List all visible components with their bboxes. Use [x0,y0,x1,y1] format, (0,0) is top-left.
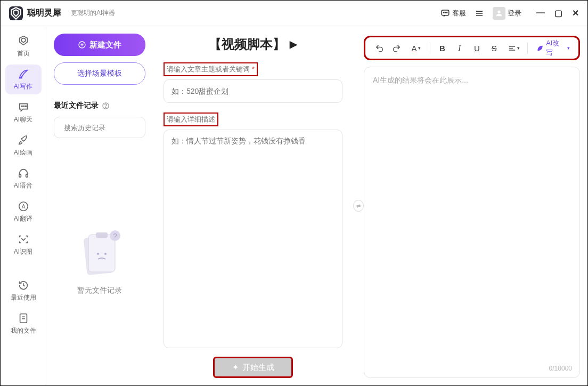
new-file-label: 新建文件 [89,40,121,50]
svg-point-2 [445,12,446,13]
chat-icon [440,9,450,18]
svg-rect-27 [96,232,108,238]
nav-ai-writing[interactable]: AI写作 [5,65,42,94]
headphone-icon [18,167,29,179]
nav-my-files[interactable]: 我的文件 [5,309,42,339]
app-name: 聪明灵犀 [27,7,61,19]
nav-ai-translate[interactable]: A AI翻译 [5,197,42,227]
login-label: 登录 [508,9,521,18]
svg-point-3 [446,12,447,13]
svg-point-8 [21,106,22,107]
search-input[interactable] [64,124,153,132]
file-icon [18,312,29,324]
avatar-icon [493,7,505,20]
output-panel: A▾ B I U S ▾ AI改写 ▾ AI生成的结果将会在此展示... 0/1… [364,26,587,385]
svg-rect-11 [19,174,21,177]
resize-handle[interactable]: ⇄ [353,26,364,385]
translate-icon: A [18,200,29,212]
align-icon [508,44,517,53]
menu-button[interactable] [475,9,484,18]
template-button[interactable]: 选择场景模板 [54,62,145,85]
svg-rect-12 [26,174,28,177]
login-button[interactable]: 登录 [493,7,521,20]
font-color-button[interactable]: A▾ [406,40,426,56]
svg-rect-26 [88,235,115,272]
svg-point-22 [105,107,106,108]
app-logo-icon [9,6,23,20]
format-toolbar: A▾ B I U S ▾ AI改写 ▾ [364,36,580,60]
chat-bubble-icon [18,101,29,113]
svg-rect-15 [20,313,27,323]
editor-center: 【视频脚本】 ▶ 请输入文章主题或者关键词 * 请输入详细描述 ✦ 开始生成 [153,26,353,385]
page-title: 【视频脚本】 ▶ [164,36,342,53]
svg-point-1 [443,12,444,13]
svg-point-9 [23,106,24,107]
undo-button[interactable] [372,40,387,56]
generate-label: 开始生成 [242,363,274,373]
history-icon [18,279,29,291]
nav-ai-chat[interactable]: AI聊天 [5,98,42,127]
char-counter: 0/10000 [549,365,572,372]
align-button[interactable]: ▾ [504,40,523,56]
feather-icon [18,68,29,80]
recent-files-header: 最近文件记录 [54,101,145,110]
scan-icon [18,234,29,245]
description-label: 请输入详细描述 [164,112,218,126]
bold-button[interactable]: B [435,40,450,56]
output-placeholder: AI生成的结果将会在此展示... [373,76,468,84]
title-bar: 聪明灵犀 更聪明的AI神器 客服 登录 — ▢ ✕ [1,1,587,26]
empty-text: 暂无文件记录 [77,286,122,295]
clipboard-empty-icon: ? [76,227,124,280]
nav-ai-image[interactable]: AI识图 [5,230,42,260]
customer-service-button[interactable]: 客服 [440,9,466,18]
output-area[interactable]: AI生成的结果将会在此展示... 0/10000 [364,67,580,378]
redo-icon [392,44,401,53]
svg-text:A: A [21,203,25,209]
redo-button[interactable] [389,40,405,56]
underline-button[interactable]: U [469,40,485,56]
ai-rewrite-button[interactable]: AI改写 ▾ [534,38,572,58]
nav-recent[interactable]: 最近使用 [5,276,42,305]
topic-input-wrap[interactable] [164,79,342,103]
play-icon[interactable]: ▶ [290,38,297,50]
app-subtitle: 更聪明的AI神器 [71,9,115,18]
close-button[interactable]: ✕ [572,8,579,18]
ai-rewrite-label: AI改写 [546,38,565,58]
svg-point-7 [497,10,500,13]
plus-circle-icon [78,41,86,49]
topic-input[interactable] [172,87,334,95]
sidebar: 首页 AI写作 AI聊天 AI绘画 AI语音 A AI翻译 [1,26,46,385]
nav-ai-voice[interactable]: AI语音 [5,164,42,194]
description-textarea[interactable] [172,136,334,341]
strike-button[interactable]: S [487,40,502,56]
generate-button[interactable]: ✦ 开始生成 [213,357,293,378]
leaf-icon [536,44,544,52]
template-label: 选择场景模板 [77,69,122,78]
new-file-button[interactable]: 新建文件 [54,34,145,56]
topic-label: 请输入文章主题或者关键词 * [164,62,258,76]
nav-ai-draw[interactable]: AI绘画 [5,131,42,160]
file-panel: 新建文件 选择场景模板 最近文件记录 [46,26,153,385]
customer-service-label: 客服 [452,9,466,18]
svg-point-29 [104,253,107,255]
undo-icon [375,44,384,53]
hamburger-icon [475,9,484,18]
svg-point-10 [25,106,26,107]
italic-button[interactable]: I [452,40,468,56]
minimize-button[interactable]: — [536,8,545,18]
drag-handle-icon: ⇄ [353,200,364,212]
nav-home[interactable]: 首页 [5,31,42,61]
maximize-button[interactable]: ▢ [554,8,562,18]
svg-point-28 [97,253,99,255]
search-box[interactable] [54,117,145,138]
description-textarea-wrap[interactable] [164,130,342,348]
brush-icon [18,134,29,146]
home-icon [18,35,29,47]
sparkle-icon: ✦ [232,363,239,372]
empty-state: ? 暂无文件记录 [54,144,145,378]
help-icon[interactable] [102,102,110,110]
svg-text:?: ? [113,232,117,240]
